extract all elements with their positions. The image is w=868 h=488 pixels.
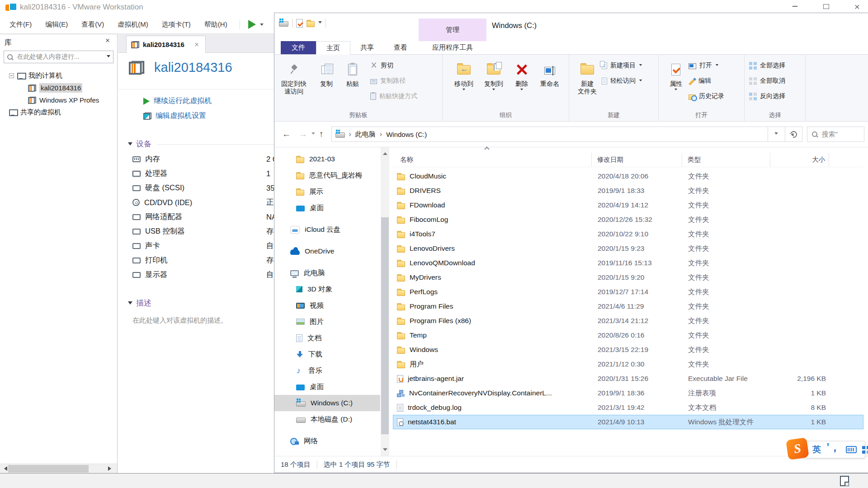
tab-home[interactable]: 主页 [316,41,350,55]
drive-icon[interactable] [279,21,288,27]
library-horizontal-scrollbar[interactable] [0,464,117,473]
search-dropdown-caret[interactable] [107,55,110,59]
scrollbar-thumb[interactable] [8,465,89,473]
tab-file[interactable]: 文件 [281,41,316,54]
library-close-icon[interactable]: × [103,36,113,45]
ime-keyboard-icon[interactable] [846,446,857,453]
vm-tree-item[interactable]: 共享的虚拟机 [0,106,117,118]
nav-item[interactable]: 视频 [274,297,380,314]
paste-button[interactable]: 粘贴 [340,57,366,88]
vm-tree-item[interactable]: Windows XP Profes [0,94,117,106]
vm-tree-item[interactable]: 我的计算机 [0,70,117,82]
file-row[interactable]: FibocomLog 2020/12/26 15:32 文件夹 [393,212,863,227]
cut-button[interactable]: 剪切 [370,61,417,70]
file-row[interactable]: CloudMusic 2020/4/18 20:06 文件夹 [393,169,863,183]
nav-item[interactable]: 文档 [274,330,380,346]
up-button[interactable]: ↑ [315,129,328,139]
file-row[interactable]: Temp 2020/8/26 0:16 文件夹 [393,328,863,343]
file-row[interactable]: Program Files (x86) 2021/3/14 21:12 文件夹 [393,314,863,328]
file-row[interactable]: NvContainerRecoveryNVDisplay.ContainerL.… [393,386,863,400]
nav-scrollbar[interactable] [381,147,389,456]
sogou-logo-icon[interactable]: S [786,437,809,460]
menu-item[interactable]: 编辑(E) [38,15,75,33]
select-none-button[interactable]: 全部取消 [749,76,785,85]
nav-item[interactable]: 3D 对象 [274,281,380,297]
file-row[interactable]: netstat4316.bat 2021/4/9 10:13 Windows 批… [393,415,863,429]
file-row[interactable]: MyDrivers 2020/1/15 9:20 文件夹 [393,270,863,285]
vm-description-placeholder[interactable]: 在此处键入对该虚拟机的描述。 [132,316,227,325]
file-row[interactable]: Program Files 2021/4/6 11:29 文件夹 [393,299,863,314]
select-all-button[interactable]: 全部选择 [749,61,785,70]
ime-punctuation-button[interactable]: ’， [826,445,840,450]
menu-item[interactable]: 文件(F) [3,15,38,33]
vm-tree-item[interactable]: kali20184316 [0,82,117,94]
properties-button[interactable]: 属性 [663,57,689,92]
menu-item[interactable]: 虚拟机(M) [111,15,155,33]
resume-vm-link[interactable]: 继续运行此虚拟机 [143,96,212,106]
menu-item[interactable]: 帮助(H) [198,15,234,33]
scroll-up-icon[interactable] [383,150,387,155]
new-item-button[interactable]: 新建项目 [602,61,642,70]
library-search-input[interactable]: 在此处键入内容进行... [4,51,113,63]
column-header-name[interactable]: 名称 [393,153,592,167]
delete-button[interactable]: 删除 [509,57,535,92]
nav-item[interactable]: 本地磁盘 (D:) [274,411,380,427]
collapse-triangle-icon[interactable] [128,301,132,307]
file-row[interactable]: LenovoDrivers 2020/1/15 9:23 文件夹 [393,241,863,256]
collapse-triangle-icon[interactable] [128,142,132,148]
nav-item[interactable]: 下载 [274,346,380,362]
edit-vm-settings-link[interactable]: 编辑虚拟机设置 [143,111,206,121]
menu-item[interactable]: 选项卡(T) [155,15,198,33]
file-row[interactable]: jetbrains-agent.jar 2020/1/31 15:26 Exec… [393,371,863,386]
invert-selection-button[interactable]: 反向选择 [749,92,785,101]
tab-view[interactable]: 查看 [384,41,417,54]
breadcrumb-this-pc[interactable]: 此电脑 [355,130,376,139]
nav-item[interactable]: 桌面 [274,379,380,395]
close-button[interactable]: × [847,1,868,12]
column-header-size[interactable]: 大小 [770,153,829,167]
file-row[interactable]: trdock_debug.log 2021/3/1 19:42 文本文档 8 K… [393,400,863,415]
new-folder-button[interactable]: 新建文件夹 [573,57,602,95]
ime-language-mode-button[interactable]: 英 [812,444,821,455]
ime-toolbox-icon[interactable] [862,446,868,454]
properties-quick-icon[interactable] [296,19,303,28]
scroll-left-icon[interactable] [2,466,7,471]
scrollbar-thumb[interactable] [381,217,389,434]
breadcrumb-drive[interactable]: Windows (C:) [386,131,427,138]
paste-shortcut-button[interactable]: 粘贴快捷方式 [370,92,417,101]
file-row[interactable]: Windows 2021/3/15 22:19 文件夹 [393,343,863,357]
scroll-right-icon[interactable] [108,466,113,471]
recent-locations-caret[interactable] [311,132,315,136]
minimize-button[interactable] [784,1,805,12]
tab-app-tools[interactable]: 应用程序工具 [419,41,486,54]
file-row[interactable]: 用户 2021/1/12 0:30 文件夹 [393,357,863,371]
maximize-button[interactable] [816,1,836,12]
nav-item[interactable]: 展示 [274,183,380,200]
power-dropdown-caret[interactable] [260,23,264,28]
history-button[interactable]: 历史记录 [689,92,724,101]
address-dropdown-button[interactable] [768,127,785,142]
file-row[interactable]: PerfLogs 2019/12/7 17:14 文件夹 [393,285,863,299]
column-header-type[interactable]: 类型 [682,153,770,167]
nav-item[interactable]: 图片 [274,314,380,330]
description-section-header[interactable]: 描述 [128,298,151,308]
scroll-down-icon[interactable] [383,448,387,453]
nav-item[interactable]: Windows (C:) [274,395,380,411]
edit-button[interactable]: 编辑 [689,76,724,85]
menu-item[interactable]: 查看(V) [75,15,111,33]
easy-access-button[interactable]: 轻松访问 [602,76,642,85]
nav-item[interactable]: 音乐 [274,362,380,379]
nav-item[interactable]: OneDrive [274,243,380,259]
message-log-icon[interactable] [840,476,849,486]
file-row[interactable]: DRIVERS 2019/9/1 18:33 文件夹 [393,183,863,198]
power-play-button[interactable] [248,20,256,29]
search-input[interactable]: 搜索" [807,127,865,142]
copy-to-button[interactable]: 复制到 [479,57,509,92]
tree-expander-icon[interactable] [9,73,14,78]
rename-button[interactable]: 重命名 [535,57,565,88]
nav-item[interactable]: iCloud 云盘 [274,221,380,238]
new-folder-quick-icon[interactable] [307,21,315,27]
address-field[interactable]: › 此电脑 › Windows (C:) [331,127,768,142]
nav-item[interactable]: 网络 [274,433,380,449]
column-header-date[interactable]: 修改日期 [592,153,682,167]
